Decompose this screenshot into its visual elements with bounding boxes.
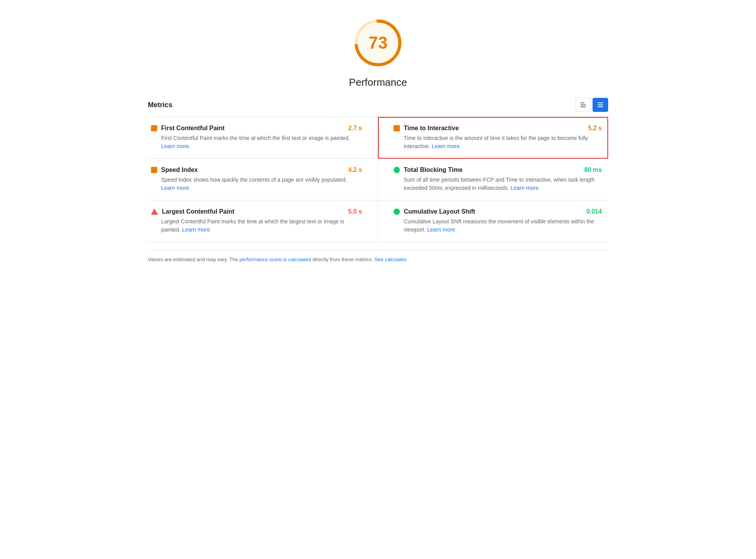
orange-square-icon bbox=[151, 167, 157, 173]
orange-square-icon bbox=[394, 125, 400, 131]
metric-description: Cumulative Layout Shift measures the mov… bbox=[404, 218, 602, 234]
score-circle: 73 bbox=[351, 16, 405, 70]
footer-text-before: Values are estimated and may vary. The bbox=[148, 257, 240, 262]
view-toggle bbox=[575, 98, 608, 112]
metric-description: Time to interactive is the amount of tim… bbox=[404, 134, 602, 150]
learn-more-link-fcp[interactable]: Learn more bbox=[161, 143, 189, 149]
metric-value: 5.0 s bbox=[348, 208, 362, 215]
metric-header: Total Blocking Time 80 ms bbox=[394, 166, 602, 173]
metric-header: Largest Contentful Paint 5.0 s bbox=[151, 208, 362, 215]
footer-note: Values are estimated and may vary. The p… bbox=[148, 250, 608, 262]
detail-view-button[interactable] bbox=[593, 98, 608, 112]
metric-name-row: Cumulative Layout Shift bbox=[394, 208, 475, 215]
metric-description: Speed Index shows how quickly the conten… bbox=[161, 176, 362, 192]
score-section: 73 Performance bbox=[148, 16, 608, 88]
metric-name-row: Largest Contentful Paint bbox=[151, 208, 234, 215]
see-calculator-link[interactable]: See calculator. bbox=[374, 257, 408, 262]
metric-value: 5.2 s bbox=[588, 125, 602, 132]
metric-description: First Contentful Paint marks the time at… bbox=[161, 134, 362, 150]
metric-value: 0.014 bbox=[586, 208, 602, 215]
metrics-grid: First Contentful Paint 2.7 s First Conte… bbox=[148, 117, 608, 242]
metric-cell-si: Speed Index 4.2 s Speed Index shows how … bbox=[148, 159, 378, 200]
metric-cell-tbt: Total Blocking Time 80 ms Sum of all tim… bbox=[378, 159, 608, 200]
detail-icon bbox=[598, 103, 603, 107]
learn-more-link-tti[interactable]: Learn more bbox=[432, 143, 460, 149]
metric-name-row: Speed Index bbox=[151, 166, 198, 173]
metric-header: First Contentful Paint 2.7 s bbox=[151, 125, 362, 132]
orange-square-icon bbox=[151, 125, 157, 131]
metric-header: Speed Index 4.2 s bbox=[151, 166, 362, 173]
learn-more-link-lcp[interactable]: Learn more bbox=[182, 226, 210, 233]
metric-header: Cumulative Layout Shift 0.014 bbox=[394, 208, 602, 215]
metric-cell-cls: Cumulative Layout Shift 0.014 Cumulative… bbox=[378, 200, 608, 242]
metric-value: 2.7 s bbox=[348, 125, 362, 132]
green-circle-icon bbox=[394, 209, 400, 215]
score-number: 73 bbox=[369, 33, 388, 53]
metric-description: Largest Contentful Paint marks the time … bbox=[161, 218, 362, 234]
metric-name-row: First Contentful Paint bbox=[151, 125, 225, 132]
learn-more-link-si[interactable]: Learn more bbox=[161, 185, 189, 191]
metric-name: Time to Interactive bbox=[404, 125, 459, 132]
metric-name: Largest Contentful Paint bbox=[162, 208, 234, 215]
footer-text-between: directly from these metrics. bbox=[311, 257, 374, 262]
metric-cell-lcp: Largest Contentful Paint 5.0 s Largest C… bbox=[148, 200, 378, 242]
metric-name: First Contentful Paint bbox=[161, 125, 225, 132]
list-view-button[interactable] bbox=[575, 98, 591, 112]
metric-name: Total Blocking Time bbox=[404, 166, 463, 173]
learn-more-link-tbt[interactable]: Learn more bbox=[511, 185, 539, 191]
metric-value: 80 ms bbox=[584, 166, 602, 173]
metrics-title: Metrics bbox=[148, 101, 172, 109]
metric-cell-tti: Time to Interactive 5.2 s Time to intera… bbox=[378, 117, 608, 159]
metric-name-row: Time to Interactive bbox=[394, 125, 459, 132]
performance-score-link[interactable]: performance score is calculated bbox=[240, 257, 311, 262]
green-circle-icon bbox=[394, 167, 400, 173]
red-triangle-icon bbox=[151, 209, 158, 215]
metric-name-row: Total Blocking Time bbox=[394, 166, 463, 173]
learn-more-link-cls[interactable]: Learn more bbox=[427, 226, 455, 233]
metric-header: Time to Interactive 5.2 s bbox=[394, 125, 602, 132]
metric-name: Cumulative Layout Shift bbox=[404, 208, 475, 215]
metric-name: Speed Index bbox=[161, 166, 198, 173]
metric-description: Sum of all time periods between FCP and … bbox=[404, 176, 602, 192]
metric-value: 4.2 s bbox=[348, 166, 362, 173]
metrics-header: Metrics bbox=[148, 98, 608, 117]
score-label: Performance bbox=[349, 76, 407, 88]
metric-cell-fcp: First Contentful Paint 2.7 s First Conte… bbox=[148, 117, 378, 159]
lines-icon bbox=[580, 103, 586, 107]
